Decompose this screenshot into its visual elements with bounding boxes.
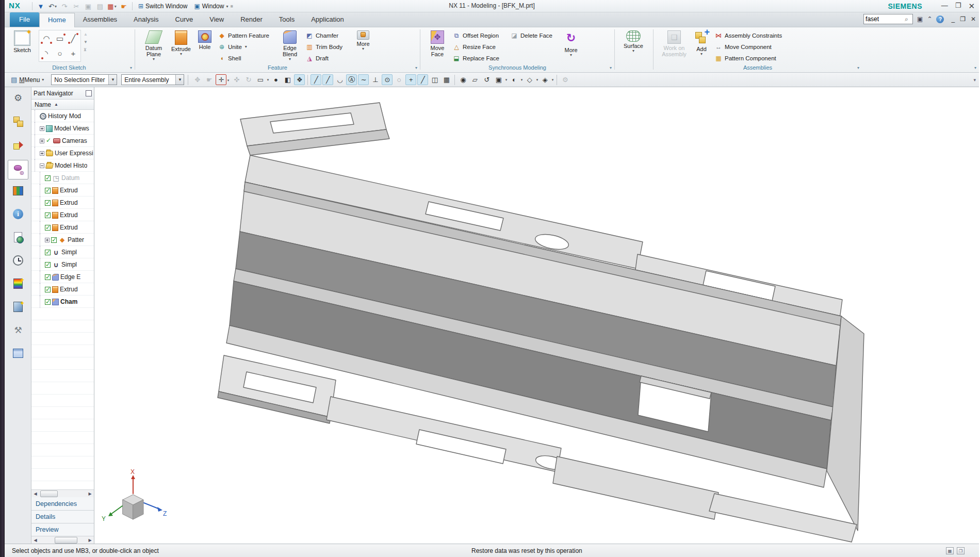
curve-snap-icon[interactable]: ◡ bbox=[334, 74, 345, 85]
window-menu-button[interactable]: ▣ Window ▾ ≡ bbox=[191, 1, 235, 11]
section-dependencies[interactable]: Dependencies bbox=[31, 497, 94, 510]
section-preview[interactable]: Preview bbox=[31, 523, 94, 536]
robot-assistant-icon[interactable]: ⚙ bbox=[560, 74, 570, 85]
cut-icon[interactable]: ✂ bbox=[71, 2, 81, 11]
datum-plane-button[interactable]: Datum Plane▾ bbox=[139, 29, 168, 62]
reuse-library-icon[interactable] bbox=[10, 183, 26, 199]
roles-gear-icon[interactable]: ⚙ bbox=[10, 90, 26, 106]
constraint-navigator-icon[interactable] bbox=[10, 137, 26, 152]
help-icon[interactable]: ? bbox=[936, 15, 944, 23]
tree-item-history-mod[interactable]: ◷History Mod bbox=[31, 110, 94, 122]
feature-checkbox[interactable] bbox=[45, 287, 51, 292]
tree-item-edge-e[interactable]: Edge E bbox=[31, 271, 94, 283]
assembly-constraints-button[interactable]: ⋈ Assembly Constraints bbox=[712, 30, 790, 41]
scroll-up-icon[interactable]: ▲ bbox=[84, 32, 88, 37]
graphics-viewport[interactable]: X Z Y bbox=[94, 87, 979, 544]
gallery-expand-icon[interactable]: ⊻ bbox=[84, 47, 88, 52]
scroll-right-icon[interactable]: ▶ bbox=[86, 538, 94, 543]
fit-window-icon[interactable]: ▣ bbox=[493, 74, 504, 85]
chamfer-button[interactable]: ◩ Chamfer bbox=[303, 30, 352, 41]
web-browser-icon[interactable] bbox=[10, 230, 26, 245]
copy-icon[interactable]: ▣ bbox=[83, 2, 93, 11]
panel-horizontal-scrollbar[interactable]: ◀ ▶ bbox=[31, 536, 94, 544]
rectangle-icon[interactable]: ▭ bbox=[53, 31, 67, 46]
unite-button[interactable]: ⊕ Unite▾ bbox=[216, 41, 276, 52]
expand-icon[interactable] bbox=[45, 238, 50, 242]
trim-body-button[interactable]: ▥ Trim Body bbox=[303, 41, 352, 52]
collapse-icon[interactable] bbox=[40, 163, 44, 168]
combo-dropdown-icon[interactable]: ▼ bbox=[108, 75, 117, 85]
section-details[interactable]: Details bbox=[31, 510, 94, 523]
marquee-select-icon[interactable]: ▭ bbox=[255, 74, 266, 85]
circle-icon[interactable]: ○ bbox=[53, 46, 67, 61]
work-on-assembly-button[interactable]: Work on Assembly bbox=[658, 29, 691, 62]
selection-filter-combo[interactable]: No Selection Filter ▼ bbox=[51, 74, 117, 85]
assembly-navigator-icon[interactable] bbox=[10, 113, 26, 129]
rotate-view-icon[interactable]: ↺ bbox=[481, 74, 492, 85]
highlight-ball-icon[interactable]: ● bbox=[270, 74, 281, 85]
view-orient-icon[interactable]: ◇ bbox=[524, 74, 535, 85]
tree-item-extrud[interactable]: Extrud bbox=[31, 184, 94, 196]
save-icon[interactable]: ▼ bbox=[36, 2, 46, 11]
tree-item-model-histo[interactable]: Model Histo bbox=[31, 159, 94, 172]
feature-checkbox[interactable] bbox=[45, 299, 51, 305]
status-grid-icon[interactable]: ▦ bbox=[946, 547, 954, 554]
expand-icon[interactable] bbox=[40, 151, 44, 156]
tools-palette-icon[interactable]: ⚒ bbox=[10, 322, 26, 338]
quadrant-snap-icon[interactable]: ◌ bbox=[394, 74, 404, 85]
restore-button[interactable]: ❐ bbox=[955, 2, 961, 11]
selection-hand-icon[interactable]: ☛ bbox=[204, 74, 215, 85]
add-component-button[interactable]: Add▾ bbox=[691, 29, 712, 62]
group-label-assemblies[interactable]: Assemblies▾ bbox=[655, 63, 861, 72]
surface-button[interactable]: Surface▾ bbox=[619, 29, 648, 62]
mdi-minimize-button[interactable]: _ bbox=[951, 15, 955, 23]
tree-item-model-views[interactable]: Model Views bbox=[31, 122, 94, 135]
scroll-left-icon[interactable]: ◀ bbox=[31, 538, 39, 543]
feature-checkbox[interactable] bbox=[51, 237, 57, 243]
toolbar-overflow-chevron-icon[interactable]: ▾ bbox=[973, 77, 976, 83]
pattern-feature-button[interactable]: ◆ Pattern Feature bbox=[216, 30, 276, 41]
selection-scope-combo[interactable]: Entire Assembly ▼ bbox=[121, 74, 184, 85]
tab-curve[interactable]: Curve bbox=[167, 12, 202, 27]
undo-icon[interactable]: ↶ bbox=[47, 2, 58, 11]
menu-button[interactable]: ▤ MMenu ▾ bbox=[8, 74, 47, 86]
sync-more-button[interactable]: ↻ More▾ bbox=[560, 29, 582, 62]
edge-blend-button[interactable]: Edge Blend▾ bbox=[276, 29, 303, 62]
visual-reports-icon[interactable] bbox=[10, 276, 26, 291]
tab-render[interactable]: Render bbox=[232, 12, 271, 27]
arc-icon[interactable]: ◝ bbox=[40, 46, 53, 61]
sketch-button[interactable]: Sketch bbox=[8, 29, 37, 62]
command-search-input[interactable] bbox=[865, 15, 905, 23]
feature-checkbox[interactable] bbox=[45, 262, 51, 268]
screens-icon[interactable] bbox=[10, 346, 26, 361]
part-navigator-icon[interactable] bbox=[8, 160, 28, 179]
render-style-icon[interactable]: ◐ bbox=[509, 74, 519, 85]
tree-item-simpl[interactable]: ∪Simpl bbox=[31, 258, 94, 271]
minimize-ribbon-chevron-icon[interactable]: ⌃ bbox=[927, 15, 932, 23]
panel-pin-icon[interactable] bbox=[86, 90, 92, 96]
scroll-down-icon[interactable]: ▼ bbox=[84, 40, 88, 44]
fullscreen-icon[interactable]: ▣ bbox=[917, 15, 923, 23]
tab-file[interactable]: File bbox=[10, 12, 39, 27]
feature-checkbox[interactable] bbox=[45, 212, 51, 218]
expand-icon[interactable] bbox=[40, 139, 44, 143]
redo-icon[interactable]: ↷ bbox=[59, 2, 70, 11]
pole-snap-icon[interactable]: Ⓐ bbox=[346, 74, 357, 85]
snap-point-toggle-icon[interactable]: ✥ bbox=[192, 74, 203, 85]
line-icon[interactable]: ╱ bbox=[67, 31, 80, 46]
point-filter-icon[interactable]: ✛ bbox=[216, 74, 226, 85]
group-label-direct-sketch[interactable]: Direct Sketch▾ bbox=[5, 63, 134, 72]
tree-item-cham[interactable]: Cham bbox=[31, 296, 94, 308]
move-object-icon[interactable]: ✜ bbox=[231, 74, 242, 85]
arc-center-snap-icon[interactable]: ⊙ bbox=[382, 74, 393, 85]
endpoint-snap-icon[interactable]: ╱ bbox=[311, 74, 321, 85]
existing-point-snap-icon[interactable]: + bbox=[405, 74, 416, 85]
tab-home[interactable]: Home bbox=[39, 13, 75, 27]
feature-checkbox[interactable] bbox=[45, 225, 51, 231]
command-search-box[interactable]: ⌕ bbox=[863, 14, 913, 24]
face-snap-icon[interactable]: ◫ bbox=[429, 74, 440, 85]
expand-icon[interactable] bbox=[40, 126, 44, 131]
tree-item-user-expressi[interactable]: User Expressi bbox=[31, 147, 94, 159]
show-result-cube-icon[interactable]: ◧ bbox=[282, 74, 293, 85]
scrollbar-thumb[interactable] bbox=[55, 537, 77, 544]
